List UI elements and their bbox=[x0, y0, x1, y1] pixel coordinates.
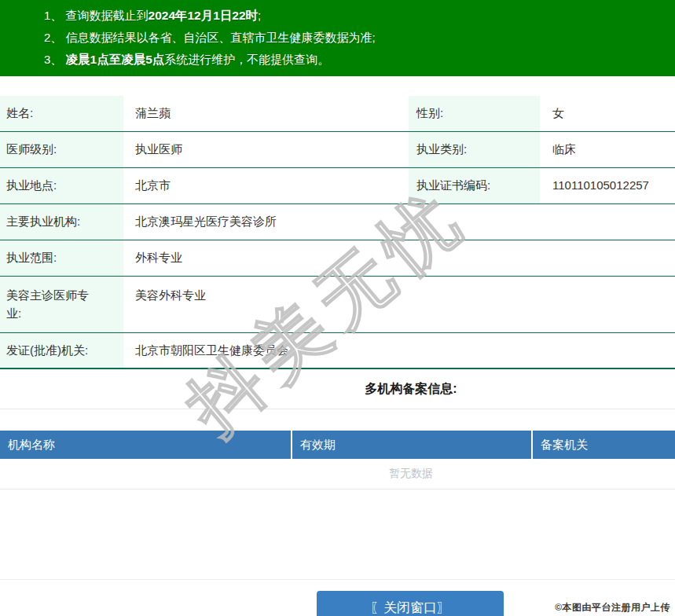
notice-3-bold: 凌晨1点至凌晨5点 bbox=[66, 53, 165, 66]
name-value: 蒲兰蘋 bbox=[123, 96, 409, 131]
notice-1-suffix: ; bbox=[258, 9, 261, 22]
notice-banner: 1、 查询数据截止到2024年12月1日22时; 2、 信息数据结果以各省、自治… bbox=[0, 0, 675, 76]
main-institution-label: 主要执业机构: bbox=[0, 204, 123, 240]
profile-row-practice-scope: 执业范围: 外科专业 bbox=[0, 240, 675, 277]
issuing-authority-value: 北京市朝阳区卫生健康委员会 bbox=[123, 333, 675, 368]
upload-stamp-text: ©本图由平台注册用户上传 bbox=[555, 601, 670, 614]
filing-empty-state: 暂无数据 bbox=[0, 459, 675, 490]
certificate-number-value: 110110105012257 bbox=[540, 168, 675, 204]
column-validity-period: 有效期 bbox=[291, 431, 531, 459]
practice-location-label: 执业地点: bbox=[0, 168, 123, 204]
notice-3-suffix: 系统进行维护，不能提供查询。 bbox=[164, 53, 329, 66]
doctor-level-label: 医师级别: bbox=[0, 132, 123, 167]
profile-row-level-category: 医师级别: 执业医师 执业类别: 临床 bbox=[0, 132, 675, 168]
column-filing-authority: 备案机关 bbox=[531, 431, 675, 459]
profile-row-location-certno: 执业地点: 北京市 执业证书编码: 110110105012257 bbox=[0, 168, 675, 204]
notice-1-text: 1、 查询数据截止到 bbox=[44, 9, 149, 22]
gender-label: 性别: bbox=[409, 96, 540, 131]
practice-category-value: 临床 bbox=[540, 132, 675, 167]
cosmetic-specialty-value: 美容外科专业 bbox=[123, 277, 675, 332]
practice-scope-label: 执业范围: bbox=[0, 240, 123, 276]
notice-2-text: 2、 信息数据结果以各省、自治区、直辖市卫生健康委数据为准; bbox=[44, 31, 376, 44]
multi-institution-section: 多机构备案信息: bbox=[0, 369, 675, 409]
multi-institution-title: 多机构备案信息: bbox=[365, 381, 457, 398]
column-institution-name: 机构名称 bbox=[0, 431, 291, 459]
notice-3-text: 3、 bbox=[44, 53, 66, 66]
profile-row-issuing-authority: 发证(批准)机关: 北京市朝阳区卫生健康委员会 bbox=[0, 333, 675, 369]
doctor-profile-table: 姓名: 蒲兰蘋 性别: 女 医师级别: 执业医师 执业类别: 临床 执业地点: … bbox=[0, 96, 675, 369]
profile-row-cosmetic-specialty: 美容主诊医师专业: 美容外科专业 bbox=[0, 277, 675, 333]
name-label: 姓名: bbox=[0, 96, 123, 131]
certificate-number-label: 执业证书编码: bbox=[409, 168, 540, 204]
profile-row-name-gender: 姓名: 蒲兰蘋 性别: 女 bbox=[0, 96, 675, 132]
notice-line-2: 2、 信息数据结果以各省、自治区、直辖市卫生健康委数据为准; bbox=[44, 27, 667, 49]
cosmetic-specialty-label: 美容主诊医师专业: bbox=[0, 277, 123, 332]
notice-1-bold: 2024年12月1日22时 bbox=[149, 9, 259, 22]
bottom-divider bbox=[0, 579, 675, 580]
doctor-license-query-result-page: 1、 查询数据截止到2024年12月1日22时; 2、 信息数据结果以各省、自治… bbox=[0, 0, 675, 616]
issuing-authority-label: 发证(批准)机关: bbox=[0, 333, 123, 368]
filing-table-header: 机构名称 有效期 备案机关 bbox=[0, 431, 675, 459]
main-institution-value: 北京澳玛星光医疗美容诊所 bbox=[123, 204, 675, 240]
practice-scope-value: 外科专业 bbox=[123, 240, 675, 276]
practice-category-label: 执业类别: bbox=[409, 132, 540, 167]
close-window-button[interactable]: 〖关闭窗口〗 bbox=[317, 591, 504, 616]
notice-line-1: 1、 查询数据截止到2024年12月1日22时; bbox=[44, 5, 667, 27]
practice-location-value: 北京市 bbox=[123, 168, 409, 204]
notice-line-3: 3、 凌晨1点至凌晨5点系统进行维护，不能提供查询。 bbox=[44, 49, 667, 71]
gender-value: 女 bbox=[540, 96, 675, 131]
profile-row-main-institution: 主要执业机构: 北京澳玛星光医疗美容诊所 bbox=[0, 204, 675, 240]
doctor-level-value: 执业医师 bbox=[123, 132, 409, 167]
